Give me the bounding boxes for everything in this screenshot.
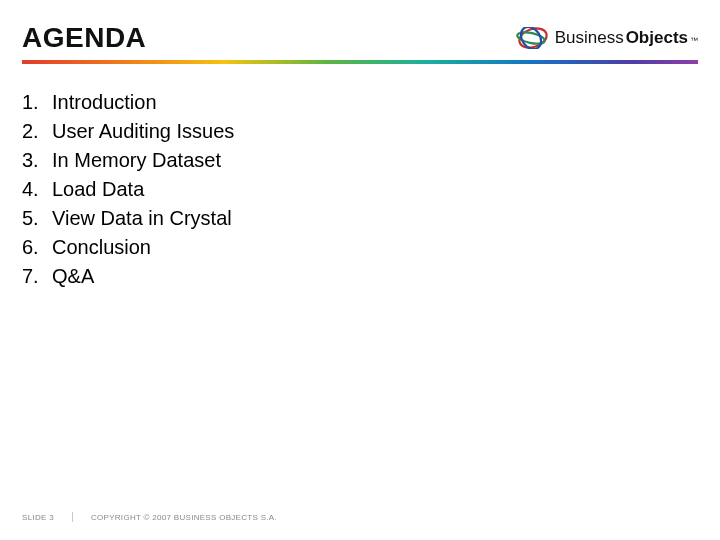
list-item: 5. View Data in Crystal (22, 204, 698, 233)
list-item-number: 7. (22, 262, 52, 291)
list-item-number: 3. (22, 146, 52, 175)
list-item-number: 2. (22, 117, 52, 146)
agenda-list: 1. Introduction 2. User Auditing Issues … (22, 88, 698, 291)
slide-number: SLIDE 3 (22, 513, 54, 522)
list-item: 2. User Auditing Issues (22, 117, 698, 146)
list-item-text: Load Data (52, 175, 144, 204)
copyright-text: COPYRIGHT © 2007 BUSINESS OBJECTS S.A. (91, 513, 277, 522)
list-item: 6. Conclusion (22, 233, 698, 262)
list-item-text: User Auditing Issues (52, 117, 234, 146)
list-item: 7. Q&A (22, 262, 698, 291)
footer: SLIDE 3 COPYRIGHT © 2007 BUSINESS OBJECT… (22, 512, 277, 522)
rainbow-divider (22, 60, 698, 64)
list-item-number: 6. (22, 233, 52, 262)
globe-swirl-icon (513, 27, 549, 49)
slide: AGENDA Business Objects ™ 1. Introductio… (0, 0, 720, 540)
list-item-number: 4. (22, 175, 52, 204)
brand-logo: Business Objects ™ (513, 27, 698, 49)
page-title: AGENDA (22, 22, 146, 54)
header: AGENDA Business Objects ™ (22, 22, 698, 54)
brand-logo-text-light: Business (555, 28, 624, 48)
footer-divider (72, 512, 73, 522)
list-item-text: View Data in Crystal (52, 204, 232, 233)
list-item-text: Introduction (52, 88, 157, 117)
list-item-number: 5. (22, 204, 52, 233)
list-item-text: In Memory Dataset (52, 146, 221, 175)
brand-logo-text: Business Objects ™ (555, 28, 698, 48)
list-item-number: 1. (22, 88, 52, 117)
list-item: 3. In Memory Dataset (22, 146, 698, 175)
list-item: 1. Introduction (22, 88, 698, 117)
list-item-text: Q&A (52, 262, 94, 291)
list-item-text: Conclusion (52, 233, 151, 262)
list-item: 4. Load Data (22, 175, 698, 204)
trademark-icon: ™ (690, 36, 698, 45)
brand-logo-text-bold: Objects (626, 28, 688, 48)
